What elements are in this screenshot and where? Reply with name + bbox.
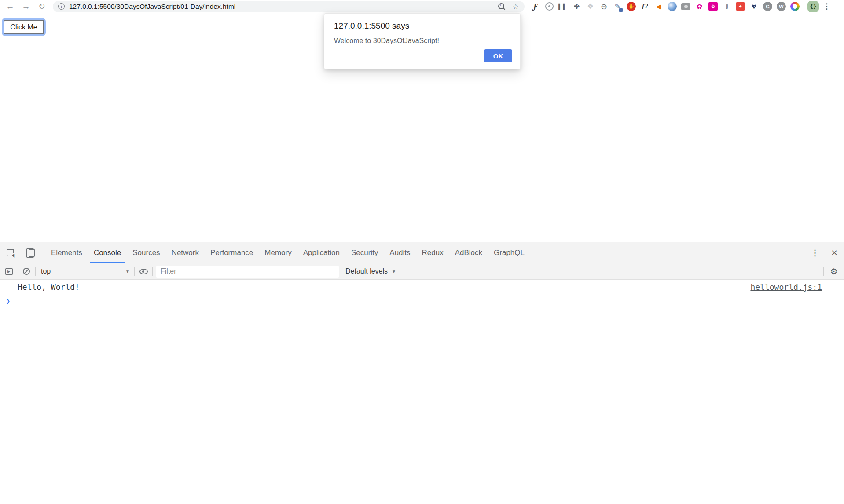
browser-menu-icon[interactable]: ⋮ — [823, 2, 830, 11]
tab-adblock[interactable]: AdBlock — [449, 242, 488, 263]
extension-target-icon[interactable] — [543, 0, 555, 12]
address-bar[interactable]: i 127.0.0.1:5500/30DaysOfJavaScript/01-D… — [53, 1, 525, 12]
extension-pause-bars-icon[interactable]: ▍▍ — [557, 0, 569, 12]
console-toolbar-divider-3 — [152, 267, 153, 276]
g-circle-glyph: G — [763, 2, 772, 11]
bookmark-star-icon[interactable]: ☆ — [512, 3, 519, 11]
inspect-cursor-glyph: ➤ — [10, 252, 17, 259]
extension-g-circle-icon[interactable]: G — [762, 0, 774, 12]
tab-graphql[interactable]: GraphQL — [488, 242, 530, 263]
alert-message: Welcome to 30DaysOfJavaScript! — [334, 37, 439, 45]
device-frames-glyph — [26, 248, 35, 257]
click-me-button[interactable]: Click Me — [4, 20, 44, 34]
alert-title: 127.0.0.1:5500 says — [334, 21, 409, 31]
tabbar-spacer — [530, 242, 800, 263]
devtools-menu-icon[interactable]: ⋮ — [805, 242, 825, 263]
extension-bug-icon[interactable]: ✤ — [571, 0, 583, 12]
color-ring-glyph — [790, 2, 800, 11]
extension-font-tools-icon[interactable]: Ƒ — [530, 0, 542, 12]
tab-memory[interactable]: Memory — [259, 242, 297, 263]
tabbar-divider — [43, 246, 43, 259]
blue-orb-glyph — [668, 2, 677, 11]
extensions-row: Ƒ ▍▍ ✤ ❖ ⊖ ✎ ✋ ƒ? ◀ ✿ ⚙ ➥ ✦ ♥ G W — [530, 0, 801, 12]
clear-console-icon[interactable] — [18, 268, 35, 275]
console-prompt-chevron-icon: ❯ — [6, 297, 10, 305]
sidebar-toggle-glyph: ▶ — [5, 268, 13, 275]
extension-camera-icon[interactable] — [680, 0, 692, 12]
magenta-gear-glyph: ⚙ — [708, 2, 718, 11]
extension-circle-minus-icon[interactable]: ⊖ — [598, 0, 610, 12]
device-toolbar-icon[interactable] — [20, 242, 40, 263]
extension-magenta-gear-icon[interactable]: ⚙ — [707, 0, 719, 12]
console-messages: Hello, World! helloworld.js:1 ❯ — [0, 280, 844, 308]
tab-console[interactable]: Console — [88, 242, 127, 263]
zoom-icon[interactable]: + — [498, 3, 505, 10]
execution-context-selector[interactable]: top ▼ — [36, 267, 134, 275]
back-icon[interactable]: ← — [4, 1, 16, 12]
tab-application[interactable]: Application — [297, 242, 345, 263]
inspect-element-icon[interactable]: ➤ — [0, 242, 20, 263]
extension-w-circle-icon[interactable]: W — [775, 0, 787, 12]
tabbar-right-divider — [803, 246, 803, 259]
browser-toolbar: ← → ↻ i 127.0.0.1:5500/30DaysOfJavaScrip… — [0, 0, 844, 13]
extension-red-badge-icon[interactable]: ✦ — [734, 0, 746, 12]
devtools-close-icon[interactable]: ✕ — [825, 242, 844, 263]
console-toolbar: ▶ top ▼ Default levels ▼ ⚙ — [0, 263, 844, 280]
tab-sources[interactable]: Sources — [127, 242, 165, 263]
stop-hand-glyph: ✋ — [627, 2, 636, 11]
extension-tag-arrow-icon[interactable]: ➥ — [721, 0, 733, 12]
page-info-icon[interactable]: i — [58, 3, 65, 10]
console-toolbar-right: ⚙ — [823, 263, 844, 279]
tab-performance[interactable]: Performance — [205, 242, 259, 263]
profile-avatar[interactable]: {} — [807, 1, 819, 12]
toolbar-divider — [804, 3, 804, 11]
w-circle-glyph: W — [777, 2, 786, 11]
reload-icon[interactable]: ↻ — [36, 1, 48, 12]
live-expression-eye-icon[interactable] — [135, 269, 152, 274]
inspect-box: ➤ — [7, 249, 14, 256]
devtools-panel: ➤ Elements Console Sources Network Perfo… — [0, 242, 844, 504]
devtools-tabbar: ➤ Elements Console Sources Network Perfo… — [0, 242, 844, 263]
console-sidebar-toggle-icon[interactable]: ▶ — [0, 268, 18, 275]
execution-context-label: top — [41, 267, 51, 275]
url-text[interactable]: 127.0.0.1:5500/30DaysOfJavaScript/01-Day… — [69, 3, 498, 11]
tab-security[interactable]: Security — [345, 242, 384, 263]
context-caret-icon: ▼ — [125, 269, 130, 274]
levels-caret-icon: ▼ — [392, 269, 396, 274]
console-prompt[interactable]: ❯ — [0, 294, 844, 308]
extension-function-help-icon[interactable]: ƒ? — [639, 0, 651, 12]
camera-glyph — [681, 3, 690, 10]
console-settings-gear-icon[interactable]: ⚙ — [824, 267, 844, 277]
console-log-row: Hello, World! helloworld.js:1 — [0, 280, 844, 294]
alert-ok-button[interactable]: OK — [484, 49, 512, 62]
eye-glyph — [139, 269, 148, 274]
extension-blue-orb-icon[interactable] — [666, 0, 678, 12]
tab-network[interactable]: Network — [166, 242, 205, 263]
log-levels-label: Default levels — [345, 267, 388, 275]
extension-megaphone-icon[interactable]: ◀ — [653, 0, 664, 12]
tab-redux[interactable]: Redux — [416, 242, 449, 263]
console-source-link[interactable]: helloworld.js:1 — [750, 282, 822, 292]
log-levels-dropdown[interactable]: Default levels ▼ — [345, 267, 396, 275]
extension-graphql-flower-icon[interactable]: ✿ — [694, 0, 705, 12]
extension-grid-disabled-icon[interactable]: ❖ — [584, 0, 596, 12]
console-log-text: Hello, World! — [18, 282, 80, 292]
tab-audits[interactable]: Audits — [384, 242, 416, 263]
tab-elements[interactable]: Elements — [45, 242, 88, 263]
extension-color-ring-icon[interactable] — [789, 0, 801, 12]
forward-icon[interactable]: → — [20, 1, 32, 12]
clear-console-glyph — [23, 268, 30, 275]
extension-color-picker-icon[interactable]: ✎ — [612, 0, 624, 12]
console-filter-input[interactable] — [156, 266, 339, 278]
alert-dialog: 127.0.0.1:5500 says Welcome to 30DaysOfJ… — [324, 13, 521, 69]
extension-stop-hand-icon[interactable]: ✋ — [625, 0, 637, 12]
extension-heart-search-icon[interactable]: ♥ — [748, 0, 760, 12]
zoom-plus-glyph: + — [499, 3, 502, 7]
red-badge-glyph: ✦ — [736, 2, 745, 11]
